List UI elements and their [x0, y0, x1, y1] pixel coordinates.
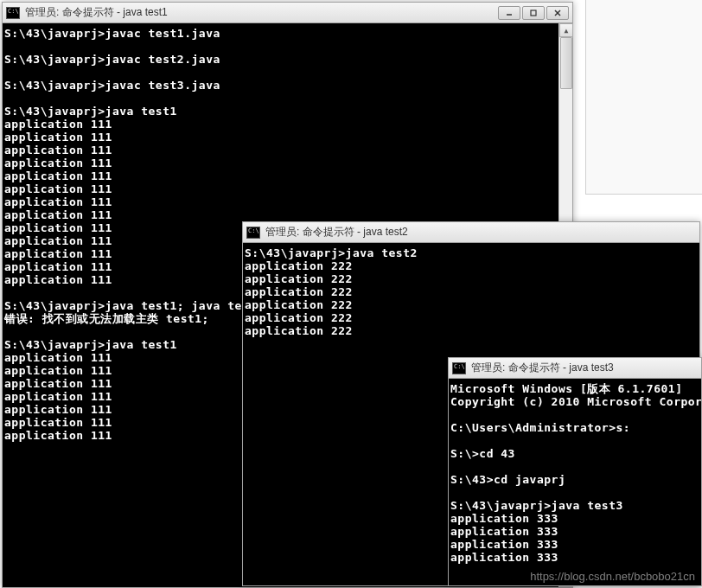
terminal-line: application 111 — [4, 169, 571, 182]
svg-rect-1 — [531, 10, 536, 16]
minimize-icon — [505, 9, 514, 17]
terminal-line — [4, 40, 571, 53]
terminal-line: application 222 — [245, 259, 698, 272]
terminal-line: S:\43\javaprj>javac test2.java — [4, 53, 571, 66]
window-title: 管理员: 命令提示符 - java test1 — [25, 5, 498, 20]
terminal-line: application 111 — [4, 182, 571, 195]
terminal-line: application 111 — [4, 195, 571, 208]
window-controls — [498, 6, 569, 20]
cmd-icon — [246, 227, 260, 239]
terminal-line: application 333 — [450, 512, 699, 525]
maximize-icon — [529, 9, 538, 17]
terminal-line: application 333 — [450, 551, 699, 564]
terminal-line — [450, 486, 699, 499]
terminal-line: S:\43\javaprj>java test3 — [450, 499, 699, 512]
titlebar[interactable]: 管理员: 命令提示符 - java test3 — [449, 358, 701, 379]
terminal-line: Copyright (c) 2010 Microsoft Corpora — [450, 395, 699, 408]
terminal-line: application 222 — [245, 272, 698, 285]
terminal-line: S:\>cd 43 — [450, 447, 699, 460]
terminal-line: application 111 — [4, 131, 571, 144]
terminal-line — [450, 434, 699, 447]
terminal-line: application 333 — [450, 525, 699, 538]
cmd-icon — [6, 7, 20, 19]
terminal-line: application 333 — [450, 538, 699, 551]
terminal-line: application 111 — [4, 157, 571, 169]
terminal-line: C:\Users\Administrator>s: — [450, 421, 699, 434]
terminal-line: application 222 — [245, 311, 698, 324]
terminal-line — [450, 460, 699, 473]
side-panel — [585, 0, 702, 195]
scroll-up-button[interactable]: ▲ — [559, 23, 573, 37]
terminal-line — [4, 92, 571, 105]
close-button[interactable] — [546, 6, 569, 20]
terminal-line: application 222 — [245, 324, 698, 337]
window-title: 管理员: 命令提示符 - java test2 — [265, 225, 696, 240]
terminal-line: S:\43\javaprj>javac test3.java — [4, 79, 571, 92]
terminal-line: S:\43\javaprj>java test1 — [4, 105, 571, 118]
terminal-line: S:\43>cd javaprj — [450, 473, 699, 486]
terminal-line: application 111 — [4, 144, 571, 157]
cmd-icon — [452, 362, 466, 374]
terminal-line: application 111 — [4, 118, 571, 131]
minimize-button[interactable] — [498, 6, 520, 20]
terminal-line: application 222 — [245, 285, 698, 298]
terminal-line: application 111 — [4, 208, 571, 221]
terminal-window-test3: 管理员: 命令提示符 - java test3 Microsoft Window… — [448, 357, 702, 586]
maximize-button[interactable] — [522, 6, 545, 20]
scrollbar-thumb[interactable] — [560, 37, 572, 89]
terminal-line — [4, 66, 571, 79]
close-icon — [553, 9, 562, 17]
terminal-line: S:\43\javaprj>java test2 — [245, 246, 698, 259]
terminal-line: Microsoft Windows [版本 6.1.7601] — [450, 382, 699, 395]
titlebar[interactable]: 管理员: 命令提示符 - java test2 — [243, 222, 699, 243]
terminal-line — [450, 408, 699, 421]
terminal-output[interactable]: Microsoft Windows [版本 6.1.7601]Copyright… — [449, 379, 701, 585]
titlebar[interactable]: 管理员: 命令提示符 - java test1 — [3, 3, 572, 23]
terminal-line: S:\43\javaprj>javac test1.java — [4, 27, 571, 40]
terminal-line: application 222 — [245, 298, 698, 311]
window-title: 管理员: 命令提示符 - java test3 — [471, 361, 698, 375]
